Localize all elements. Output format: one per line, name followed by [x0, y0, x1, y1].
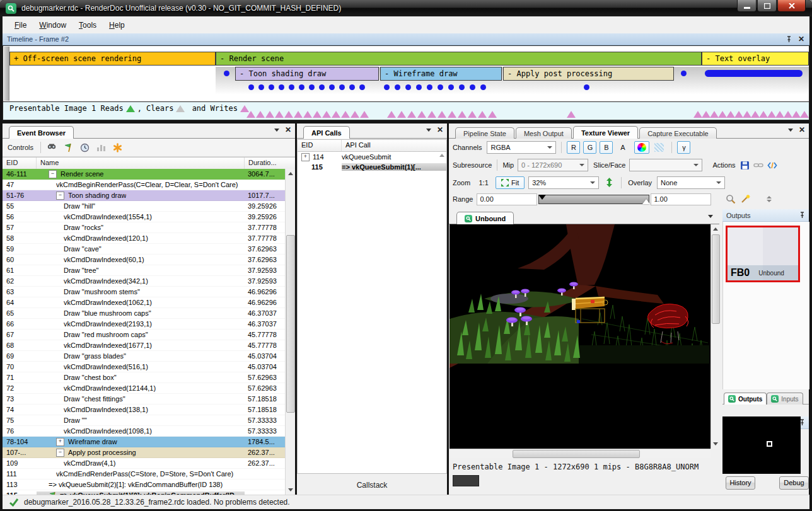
zoom-range-icon[interactable]	[725, 194, 736, 205]
texture-list-icon[interactable]	[708, 215, 713, 218]
range-min-input[interactable]: 0.00	[477, 193, 537, 205]
color-wheel-button[interactable]	[634, 141, 649, 154]
event-dot[interactable]	[349, 84, 355, 90]
event-row[interactable]: 58vkCmdDrawIndexed(120,1)37.77778	[3, 233, 286, 244]
event-dot[interactable]	[224, 71, 229, 76]
event-dot[interactable]	[480, 84, 486, 90]
event-dot[interactable]	[359, 84, 365, 90]
tab-event-browser[interactable]: Event Browser	[9, 126, 74, 139]
event-dot[interactable]	[299, 84, 304, 90]
blue-channel-button[interactable]: B	[600, 141, 613, 154]
api-table-header[interactable]: EID API Call	[298, 140, 446, 152]
event-dot[interactable]	[248, 84, 254, 90]
event-row[interactable]: 111vkCmdEndRenderPass(C=Store, D=Store, …	[3, 469, 286, 479]
event-row[interactable]: 76vkCmdDrawIndexed(1098,1)57.33333	[3, 426, 286, 437]
range-max-input[interactable]: 1.00	[651, 193, 711, 205]
scroll-thumb[interactable]	[712, 234, 720, 324]
flip-y-icon[interactable]	[604, 177, 615, 188]
overlay-select[interactable]: None	[657, 176, 725, 189]
timeline-close-icon[interactable]: ✕	[798, 36, 804, 42]
expand-icon[interactable]: −	[49, 170, 57, 178]
scroll-thumb[interactable]	[513, 450, 640, 458]
event-row[interactable]: 67Draw "red mushroom caps"45.77778	[3, 330, 286, 340]
event-row[interactable]: 55Draw "hill"39.25926	[3, 201, 286, 212]
toolbar-overflow-icon[interactable]	[767, 196, 772, 202]
save-texture-icon[interactable]	[740, 160, 750, 171]
event-row[interactable]: 66vkCmdDrawIndexed(2193,1)46.37037	[3, 319, 286, 330]
scroll-down-icon[interactable]	[286, 485, 295, 495]
history-button[interactable]: History	[726, 476, 755, 490]
event-dot[interactable]	[289, 84, 294, 90]
maximize-button[interactable]	[757, 0, 777, 12]
tab-texture-viewer[interactable]: Texture Viewer	[573, 126, 638, 139]
event-row[interactable]: 65Draw "blue mushroom caps"46.37037	[3, 308, 286, 319]
zoom-1to1-button[interactable]: 1:1	[475, 176, 492, 189]
red-channel-button[interactable]: R	[567, 141, 580, 154]
event-row[interactable]: 74vkCmdDrawIndexed(138,1)57.18518	[3, 405, 286, 415]
event-dot[interactable]	[395, 84, 400, 90]
mip-select[interactable]: 0 - 1272x690	[518, 159, 588, 171]
green-channel-button[interactable]: G	[583, 141, 596, 154]
api-call-row[interactable]: 115=> vkQueueSubmit(1)[...	[298, 162, 446, 172]
menu-file[interactable]: File	[9, 19, 32, 32]
timeline-bar-toon[interactable]: - Toon shading draw	[235, 67, 379, 81]
debug-button[interactable]: Debug	[779, 476, 809, 490]
event-dot[interactable]	[319, 84, 325, 90]
wireframe-event-dots[interactable]	[384, 84, 486, 90]
event-row[interactable]: 75Draw ""57.33333	[3, 415, 286, 426]
timeline-bar-post[interactable]: - Apply post processing	[503, 67, 674, 81]
minimize-button[interactable]	[737, 0, 757, 12]
event-table-header[interactable]: EID Name Duratio...	[3, 158, 295, 169]
tab-outputs[interactable]: Outputs	[724, 393, 767, 405]
event-dot[interactable]	[329, 84, 335, 90]
event-row[interactable]: 59Draw "cave"37.62963	[3, 244, 286, 255]
event-dot[interactable]	[269, 84, 274, 90]
event-row[interactable]: 56vkCmdDrawIndexed(1554,1)39.25926	[3, 212, 286, 222]
autofit-wand-icon[interactable]	[740, 194, 750, 205]
scroll-up-icon[interactable]	[439, 154, 444, 157]
event-dot[interactable]	[309, 84, 315, 90]
tab-mesh-output[interactable]: Mesh Output	[516, 127, 572, 139]
scroll-thumb[interactable]	[286, 235, 295, 413]
time-icon[interactable]	[79, 142, 90, 153]
event-row[interactable]: 51-76−Toon shading draw1017.7...	[3, 190, 286, 201]
api-call-row[interactable]: +114vkQueueSubmit	[298, 152, 446, 162]
event-row[interactable]: 78-104+Wireframe draw1784.5...	[3, 437, 286, 447]
texture-vertical-scrollbar[interactable]	[710, 224, 720, 449]
channels-select[interactable]: RGBA	[487, 141, 556, 154]
event-dot[interactable]	[438, 84, 443, 90]
event-dot[interactable]	[339, 84, 345, 90]
event-row[interactable]: 62vkCmdDrawIndexed(342,1)37.92593	[3, 276, 286, 287]
event-row[interactable]: 71Draw "chest box"57.62963	[3, 372, 286, 383]
timeline-bar-offscreen[interactable]: + Off-screen scene rendering	[9, 52, 216, 66]
zoom-level-select[interactable]: 32%	[528, 176, 599, 189]
timeline-bar-text-overlay[interactable]: - Text overlay	[702, 52, 809, 66]
event-row[interactable]: 113=> vkQueueSubmit(2)[1]: vkEndCommandB…	[3, 479, 286, 490]
event-row[interactable]: 63Draw "mushroom stems"46.96296	[3, 287, 286, 297]
menu-help[interactable]: Help	[103, 19, 130, 32]
event-row[interactable]: 73Draw "chest fittings"57.18518	[3, 394, 286, 405]
texture-image[interactable]	[450, 224, 710, 449]
menu-tools[interactable]: Tools	[73, 19, 102, 32]
event-dot[interactable]	[258, 84, 264, 90]
event-dot[interactable]	[384, 84, 390, 90]
tab-api-calls[interactable]: API Calls	[303, 126, 350, 139]
event-browser-table[interactable]: EID Name Duratio... 46-111−Render scene3…	[3, 157, 295, 495]
timeline-bar-wireframe[interactable]: - Wireframe draw	[380, 67, 502, 81]
event-row[interactable]: 61Draw "tree"37.92593	[3, 265, 286, 276]
scroll-up-icon[interactable]	[286, 169, 295, 178]
slice-face-select[interactable]	[629, 159, 702, 171]
expand-icon[interactable]: −	[56, 192, 64, 200]
panel-close-icon[interactable]: ✕	[285, 127, 291, 133]
api-calls-table[interactable]: EID API Call +114vkQueueSubmit115=> vkQu…	[297, 139, 447, 474]
event-dot[interactable]	[584, 84, 589, 90]
zoom-fit-button[interactable]: Fit	[496, 176, 525, 189]
scroll-up-icon[interactable]	[711, 224, 720, 234]
timeline-graph[interactable]: + Off-screen scene rendering - Render sc…	[3, 45, 809, 102]
panel-menu-icon[interactable]	[426, 129, 431, 132]
event-dot[interactable]	[416, 84, 422, 90]
event-dot[interactable]	[448, 84, 454, 90]
post-event-dots[interactable]	[584, 84, 589, 90]
find-icon[interactable]	[47, 142, 57, 153]
range-black-point-handle[interactable]	[538, 195, 546, 200]
